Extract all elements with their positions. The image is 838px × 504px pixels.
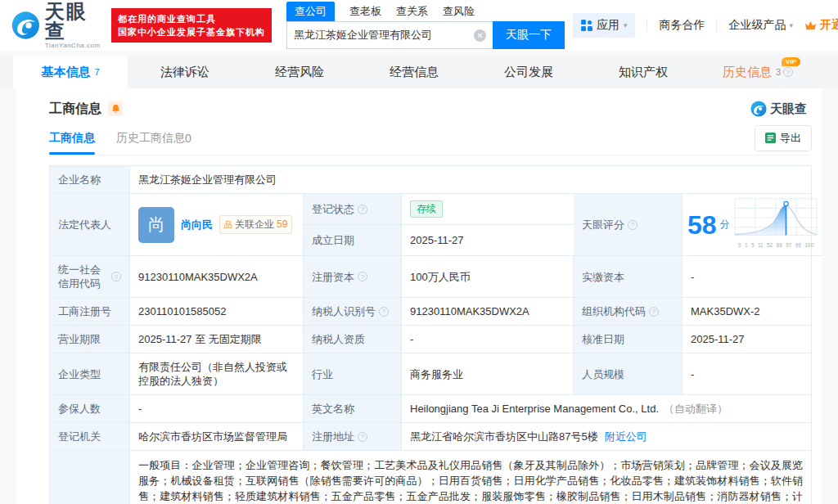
- table-row: 企业名称 黑龙江茶姬企业管理有限公司: [50, 166, 811, 194]
- tab-operating-info[interactable]: 经营信息: [357, 56, 471, 88]
- tab-label: 经营风险: [275, 65, 324, 80]
- field-label: 经营范围 ?: [50, 451, 130, 504]
- help-icon[interactable]: ?: [358, 432, 367, 442]
- legal-rep-name[interactable]: 尚向民: [181, 218, 213, 232]
- promo-line2: 国家中小企业发展子基金旗下机构: [118, 25, 265, 38]
- field-label: 法定代表人: [50, 194, 130, 256]
- logo-title: 天眼查: [45, 2, 103, 41]
- help-icon[interactable]: ?: [111, 272, 121, 281]
- tab-company-development[interactable]: 公司发展: [471, 56, 586, 88]
- tianyancha-logo[interactable]: 天眼查 TianYanCha.com: [11, 2, 103, 49]
- reg-capital-value: 100万人民币: [402, 256, 574, 298]
- help-icon[interactable]: ?: [783, 67, 793, 77]
- menu-cooperation[interactable]: 商务合作: [659, 18, 705, 33]
- reg-authority-value: 哈尔滨市香坊区市场监督管理局: [130, 423, 304, 451]
- table-row: 统一社会信用代码 ? 91230110MAK35DWX2A 注册资本 ? 100…: [50, 256, 811, 298]
- logo-eye-icon: [11, 10, 40, 41]
- field-label: 组织机构代码 ?: [574, 298, 683, 326]
- tianyancha-watermark: 天眼查: [750, 101, 807, 117]
- table-row: 工商注册号 230110101585052 纳税人识别号 ? 91230110M…: [50, 298, 811, 326]
- nearby-companies-link[interactable]: 附近公司: [605, 430, 647, 443]
- chevron-down-icon: ▾: [789, 21, 793, 29]
- tab-label: 历史信息: [723, 65, 772, 80]
- status-badge: 存续: [410, 200, 443, 218]
- search-input[interactable]: [294, 29, 474, 42]
- score-axis-labels: 01 511 5288 9799 100: [737, 239, 815, 252]
- org-code-value: MAK35DWX-2: [683, 298, 811, 326]
- subtab-history-business-info[interactable]: 历史工商信息0: [116, 121, 191, 155]
- tab-legal-proceedings[interactable]: 法律诉讼: [128, 56, 242, 88]
- help-icon[interactable]: ?: [649, 307, 659, 317]
- table-row: 参保人数 - 英文名称 Heilongjiang Tea Ji Enterpri…: [50, 395, 811, 423]
- help-icon[interactable]: ?: [379, 307, 389, 317]
- establish-date-value: 2025-11-27: [402, 225, 574, 256]
- tab-operating-risk[interactable]: 经营风险: [242, 56, 357, 88]
- tab-label: 知识产权: [619, 65, 668, 80]
- score-cell[interactable]: 58 分: [683, 194, 823, 256]
- credit-code-value: 91230110MAK35DWX2A: [130, 256, 304, 298]
- search-tab-relation[interactable]: 查关系: [396, 2, 428, 21]
- menu-enterprise-products[interactable]: 企业级产品 ▾: [728, 18, 793, 33]
- tab-label: 法律诉讼: [160, 65, 210, 80]
- vip-badge: VIP: [782, 57, 800, 66]
- promo-line1: 都在用的商业查询工具: [118, 12, 265, 25]
- logo-subtitle: TianYanCha.com: [45, 43, 103, 49]
- relation-count: 59: [277, 218, 287, 232]
- field-label: 登记状态 ?: [304, 194, 402, 225]
- subtab-business-info[interactable]: 工商信息: [49, 121, 95, 155]
- tab-count: 3: [776, 67, 781, 77]
- divider: [647, 19, 647, 32]
- search-tab-risk[interactable]: 查风险: [443, 2, 475, 21]
- field-label: 注册地址 ?: [304, 423, 402, 451]
- company-name-value: 黑龙江茶姬企业管理有限公司: [130, 166, 811, 194]
- relation-label: 关联企业: [235, 218, 274, 232]
- table-row: 登记机关 哈尔滨市香坊区市场监督管理局 注册地址 ? 黑龙江省哈尔滨市香坊区中山…: [50, 423, 811, 451]
- clear-search-icon[interactable]: ✕: [474, 29, 486, 42]
- field-label: 企业名称: [50, 166, 130, 194]
- company-type-value: 有限责任公司（非自然人投资或控股的法人独资）: [130, 353, 304, 395]
- help-icon[interactable]: ?: [628, 220, 638, 230]
- tab-history-info[interactable]: VIP 历史信息 3 ?: [701, 56, 815, 88]
- legal-rep-avatar[interactable]: 尚: [138, 207, 174, 243]
- company-nav-tabs: 基本信息 7 法律诉讼 经营风险 经营信息 公司发展 知识产权 VIP 历史信息…: [0, 56, 838, 88]
- tab-basic-info[interactable]: 基本信息 7: [13, 56, 128, 88]
- search-area: 查公司 查老板 查关系 查风险 ✕ 天眼一下: [286, 2, 565, 49]
- export-label: 导出: [780, 131, 801, 146]
- export-button[interactable]: 导出: [755, 125, 812, 151]
- search-tab-company[interactable]: 查公司: [286, 2, 335, 21]
- top-header: 天眼查 TianYanCha.com 都在用的商业查询工具 国家中小企业发展子基…: [0, 0, 838, 51]
- table-row: 企业类型 有限责任公司（非自然人投资或控股的法人独资） 行业 商务服务业 人员规…: [50, 353, 811, 395]
- apps-grid-icon: [581, 20, 592, 31]
- vip-label: 开通会员: [820, 18, 838, 33]
- relation-graph-icon: 品: [224, 218, 232, 232]
- business-term-value: 2025-11-27 至 无固定期限: [130, 326, 304, 353]
- menu-open-vip[interactable]: 开通会员 ▾: [804, 18, 838, 33]
- search-button[interactable]: 天眼一下: [493, 21, 565, 49]
- status-date-subgrid: 登记状态 ? 存续 成立日期 2025-11-27: [304, 194, 574, 256]
- industry-value: 商务服务业: [402, 353, 574, 395]
- field-label: 行业: [304, 353, 402, 395]
- promo-banner: 都在用的商业查询工具 国家中小企业发展子基金旗下机构: [111, 8, 272, 43]
- divider: [716, 19, 717, 32]
- business-info-table: 企业名称 黑龙江茶姬企业管理有限公司 法定代表人 尚 尚向民 品 关联企业 59…: [49, 165, 812, 504]
- table-row: 营业期限 2025-11-27 至 无固定期限 纳税人资质 - 核准日期 202…: [50, 326, 811, 353]
- search-tab-boss[interactable]: 查老板: [349, 2, 381, 21]
- apps-label: 应用: [597, 18, 619, 33]
- field-label: 注册资本 ?: [304, 256, 402, 298]
- score-distribution-chart: 01 511 5288 9799 100: [733, 197, 818, 252]
- taxpayer-id-value: 91230110MAK35DWX2A: [402, 298, 574, 326]
- business-scope-value: 一般项目：企业管理；企业管理咨询；餐饮管理；工艺美术品及礼仪用品销售（象牙及其制…: [130, 451, 811, 504]
- approval-date-value: 2025-11-27: [683, 326, 811, 353]
- tab-intellectual-property[interactable]: 知识产权: [586, 56, 701, 88]
- field-label: 实缴资本: [574, 256, 683, 298]
- legal-rep-cell: 尚 尚向民 品 关联企业 59: [130, 194, 304, 256]
- apps-menu[interactable]: 应用 ▾: [573, 13, 636, 38]
- export-excel-icon: [765, 133, 776, 143]
- field-label: 企业类型: [50, 353, 130, 395]
- subscribe-bell-icon[interactable]: [108, 101, 123, 116]
- field-label: 人员规模: [574, 353, 683, 395]
- help-icon[interactable]: ?: [358, 272, 367, 281]
- help-icon[interactable]: ?: [358, 205, 367, 214]
- field-label: 天眼评分 ?: [574, 194, 683, 256]
- related-companies-badge[interactable]: 品 关联企业 59: [219, 215, 292, 234]
